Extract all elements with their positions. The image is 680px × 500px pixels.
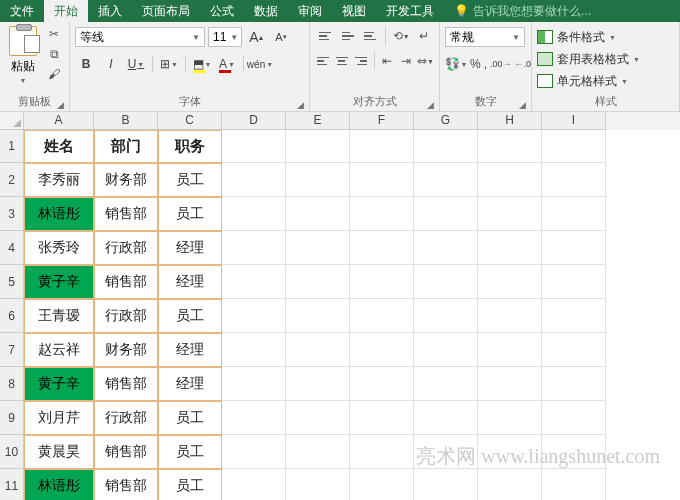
copy-button[interactable]: ⧉ [45, 46, 63, 62]
tab-home[interactable]: 开始 [44, 0, 88, 22]
cell[interactable]: 经理 [158, 333, 222, 367]
paste-button[interactable]: 粘贴 ▼ [5, 24, 41, 86]
cell[interactable]: 销售部 [94, 265, 158, 299]
bold-button[interactable]: B [75, 54, 97, 74]
cell[interactable]: 行政部 [94, 401, 158, 435]
cell[interactable]: 销售部 [94, 435, 158, 469]
col-header-B[interactable]: B [94, 112, 158, 130]
cell[interactable] [478, 231, 542, 265]
cell[interactable] [542, 197, 606, 231]
align-right-button[interactable] [353, 52, 369, 70]
row-header-5[interactable]: 5 [0, 265, 24, 299]
comma-button[interactable]: , [484, 54, 487, 74]
cell[interactable] [414, 231, 478, 265]
cell[interactable] [350, 231, 414, 265]
orientation-button[interactable]: ⟲▼ [391, 27, 411, 45]
cell[interactable]: 员工 [158, 299, 222, 333]
cell[interactable]: 销售部 [94, 197, 158, 231]
align-left-button[interactable] [315, 52, 331, 70]
cell[interactable] [286, 333, 350, 367]
decrease-decimal-button[interactable]: ←.0 [515, 54, 532, 74]
cell[interactable]: 林语彤 [24, 197, 94, 231]
cell[interactable]: 王青瑷 [24, 299, 94, 333]
cell[interactable] [414, 299, 478, 333]
wrap-text-button[interactable]: ↵ [414, 27, 434, 45]
cell[interactable] [350, 435, 414, 469]
cell[interactable] [222, 299, 286, 333]
format-painter-button[interactable]: 🖌 [45, 66, 63, 82]
cell[interactable]: 销售部 [94, 469, 158, 500]
accounting-format-button[interactable]: 💱▼ [445, 54, 467, 74]
cell[interactable] [478, 163, 542, 197]
cell[interactable] [414, 197, 478, 231]
cell[interactable]: 部门 [94, 130, 158, 163]
cell[interactable] [286, 469, 350, 500]
col-header-D[interactable]: D [222, 112, 286, 130]
cell[interactable] [478, 367, 542, 401]
cell[interactable]: 行政部 [94, 231, 158, 265]
cell[interactable]: 员工 [158, 163, 222, 197]
cell[interactable] [542, 130, 606, 163]
cell[interactable] [542, 469, 606, 500]
cell[interactable] [286, 231, 350, 265]
cell[interactable]: 财务部 [94, 333, 158, 367]
cell[interactable]: 职务 [158, 130, 222, 163]
italic-button[interactable]: I [100, 54, 122, 74]
align-launcher[interactable]: ◢ [427, 100, 434, 110]
align-middle-button[interactable] [338, 27, 358, 45]
row-header-2[interactable]: 2 [0, 163, 24, 197]
col-header-C[interactable]: C [158, 112, 222, 130]
cell[interactable] [350, 130, 414, 163]
fill-color-button[interactable]: ⬒▼ [191, 54, 213, 74]
select-all-corner[interactable] [0, 112, 24, 130]
cell[interactable]: 销售部 [94, 367, 158, 401]
cell[interactable]: 经理 [158, 367, 222, 401]
cells-area[interactable]: 姓名部门职务李秀丽财务部员工林语彤销售部员工张秀玲行政部经理黄子辛销售部经理王青… [24, 130, 606, 500]
tab-dev[interactable]: 开发工具 [376, 0, 444, 22]
col-header-I[interactable]: I [542, 112, 606, 130]
cell[interactable] [350, 197, 414, 231]
row-header-3[interactable]: 3 [0, 197, 24, 231]
cell[interactable]: 姓名 [24, 130, 94, 163]
font-launcher[interactable]: ◢ [297, 100, 304, 110]
cell[interactable] [542, 435, 606, 469]
row-header-4[interactable]: 4 [0, 231, 24, 265]
number-launcher[interactable]: ◢ [519, 100, 526, 110]
cell[interactable]: 林语彤 [24, 469, 94, 500]
cell[interactable] [286, 435, 350, 469]
align-bottom-button[interactable] [361, 27, 381, 45]
cell[interactable] [222, 435, 286, 469]
tab-insert[interactable]: 插入 [88, 0, 132, 22]
cell[interactable]: 赵云祥 [24, 333, 94, 367]
cell[interactable]: 行政部 [94, 299, 158, 333]
cell[interactable] [350, 367, 414, 401]
font-size-combo[interactable]: 11▼ [208, 27, 242, 47]
cell[interactable] [542, 367, 606, 401]
tab-review[interactable]: 审阅 [288, 0, 332, 22]
cell[interactable] [350, 299, 414, 333]
cell[interactable] [222, 367, 286, 401]
cell[interactable]: 黄子辛 [24, 367, 94, 401]
cell-styles-button[interactable]: 单元格样式▼ [537, 71, 628, 91]
cell[interactable] [542, 163, 606, 197]
increase-indent-button[interactable]: ⇥ [398, 52, 414, 70]
cell[interactable]: 张秀玲 [24, 231, 94, 265]
cell[interactable] [478, 265, 542, 299]
tab-file[interactable]: 文件 [0, 0, 44, 22]
row-header-7[interactable]: 7 [0, 333, 24, 367]
cell[interactable] [286, 130, 350, 163]
underline-button[interactable]: U▼ [125, 54, 147, 74]
cell[interactable]: 刘月芹 [24, 401, 94, 435]
table-format-button[interactable]: 套用表格格式▼ [537, 49, 640, 69]
font-name-combo[interactable]: 等线▼ [75, 27, 205, 47]
cell[interactable] [222, 197, 286, 231]
cell[interactable] [286, 197, 350, 231]
cell[interactable] [350, 265, 414, 299]
cell[interactable] [414, 265, 478, 299]
cell[interactable]: 经理 [158, 231, 222, 265]
cell[interactable] [350, 469, 414, 500]
tab-data[interactable]: 数据 [244, 0, 288, 22]
number-format-combo[interactable]: 常规▼ [445, 27, 525, 47]
decrease-font-button[interactable]: A▾ [270, 27, 292, 47]
col-header-A[interactable]: A [24, 112, 94, 130]
